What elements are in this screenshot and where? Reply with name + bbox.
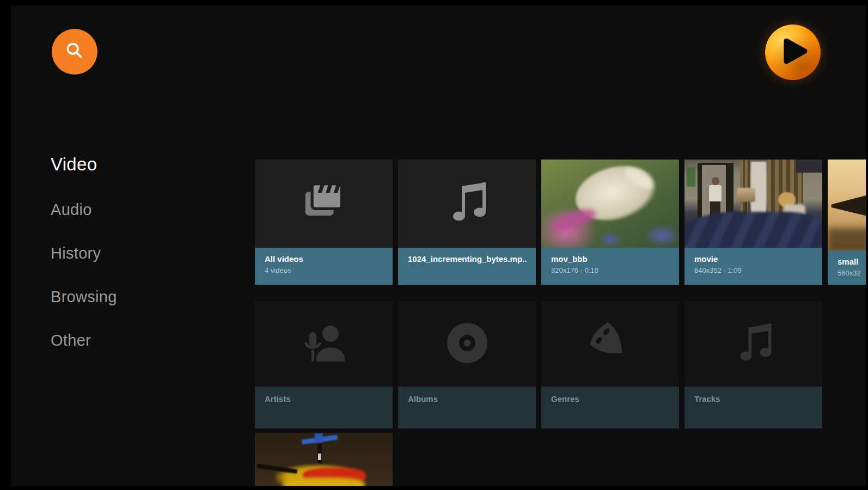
sidebar-item-history[interactable]: History xyxy=(51,243,117,263)
card-title: 1024_incrementing_bytes.mp.. xyxy=(408,254,528,264)
search-icon xyxy=(64,40,85,64)
app-frame: Video Audio History Browsing Other xyxy=(11,5,866,486)
card-title: mov_bbb xyxy=(551,254,671,264)
video-thumbnail-toy xyxy=(828,160,866,250)
music-note-icon xyxy=(440,175,494,232)
card-title: movie xyxy=(694,254,815,264)
card-title: All videos xyxy=(265,254,385,264)
sidebar-item-browsing[interactable]: Browsing xyxy=(51,287,117,307)
video-thumbnail-bedroom xyxy=(684,160,822,248)
card-subtitle: 560x32 xyxy=(838,268,866,278)
card-genres[interactable]: Genres xyxy=(541,301,679,428)
card-small[interactable]: small 560x32 xyxy=(828,160,866,285)
card-all-videos[interactable]: All videos 4 videos xyxy=(255,160,393,285)
card-grid: All videos 4 videos xyxy=(255,5,866,486)
card-subtitle: 320x176 - 0:10 xyxy=(551,266,671,275)
sidebar: Video Audio History Browsing Other xyxy=(51,154,117,374)
card-title: small xyxy=(838,256,866,267)
sidebar-item-video[interactable]: Video xyxy=(51,154,117,175)
sidebar-item-other[interactable]: Other xyxy=(51,330,117,350)
card-title: Albums xyxy=(408,394,528,404)
search-button[interactable] xyxy=(52,29,97,75)
card-artists[interactable]: Artists xyxy=(255,301,393,428)
tv-screen: Video Audio History Browsing Other xyxy=(0,0,868,490)
card-mov-bbb[interactable]: mov_bbb 320x176 - 0:10 xyxy=(541,160,679,285)
card-subtitle: 4 videos xyxy=(265,266,385,275)
video-collection-icon xyxy=(296,174,352,233)
card-albums[interactable]: Albums xyxy=(398,301,536,428)
card-title: Tracks xyxy=(694,394,815,404)
video-thumbnail-lego xyxy=(255,433,393,486)
music-note-icon xyxy=(728,317,780,371)
card-title: Genres xyxy=(551,394,671,404)
album-disc-icon xyxy=(440,316,494,372)
video-thumbnail-bunny xyxy=(541,160,679,248)
card-title: Artists xyxy=(265,394,385,404)
theater-mask-icon xyxy=(583,316,638,372)
card-tracks[interactable]: Tracks xyxy=(684,301,822,428)
card-audio-file[interactable]: 1024_incrementing_bytes.mp.. xyxy=(398,160,536,285)
card-partial-lego[interactable] xyxy=(255,433,393,486)
card-subtitle: 640x352 - 1:09 xyxy=(694,266,815,275)
card-movie[interactable]: movie 640x352 - 1:09 xyxy=(684,160,822,285)
artist-icon xyxy=(297,316,351,372)
sidebar-item-audio[interactable]: Audio xyxy=(51,200,117,219)
